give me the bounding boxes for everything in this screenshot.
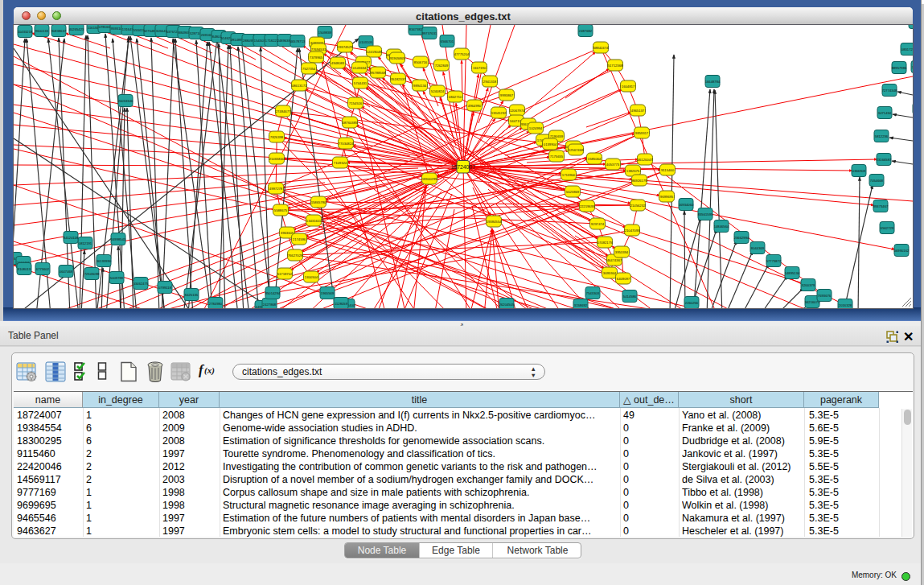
- svg-text:9859317: 9859317: [635, 131, 649, 135]
- svg-text:12419049: 12419049: [367, 50, 382, 54]
- svg-text:6773602: 6773602: [36, 267, 50, 271]
- svg-text:8044369: 8044369: [751, 246, 765, 250]
- svg-text:2174596: 2174596: [293, 237, 306, 241]
- svg-text:0812191: 0812191: [79, 241, 92, 245]
- svg-text:12567468: 12567468: [569, 148, 584, 152]
- svg-text:0103105: 0103105: [359, 40, 373, 44]
- svg-text:06990162: 06990162: [894, 249, 910, 253]
- svg-text:3953394: 3953394: [615, 250, 629, 254]
- svg-text:7154516: 7154516: [349, 101, 363, 105]
- svg-text:26204505: 26204505: [499, 303, 515, 307]
- svg-text:88957986: 88957986: [892, 66, 907, 70]
- svg-text:46578713: 46578713: [290, 39, 306, 43]
- svg-text:84124118: 84124118: [64, 236, 79, 240]
- svg-text:0831727: 0831727: [901, 47, 913, 51]
- svg-text:77034824: 77034824: [339, 142, 354, 146]
- svg-text:3471434: 3471434: [878, 111, 892, 115]
- svg-text:9993867: 9993867: [500, 93, 514, 97]
- svg-text:95788568: 95788568: [371, 71, 386, 75]
- svg-text:8506716: 8506716: [414, 60, 428, 64]
- svg-text:2427868: 2427868: [263, 303, 277, 307]
- svg-text:7543303: 7543303: [586, 291, 600, 295]
- svg-text:91905865: 91905865: [390, 56, 405, 60]
- svg-text:7109324: 7109324: [334, 161, 347, 165]
- svg-text:0799118: 0799118: [158, 286, 172, 290]
- svg-text:90838637: 90838637: [51, 29, 67, 33]
- svg-text:9894134: 9894134: [413, 84, 427, 88]
- svg-text:16934060: 16934060: [679, 203, 694, 207]
- svg-text:23662994: 23662994: [734, 236, 749, 240]
- svg-text:19384554: 19384554: [487, 220, 502, 224]
- svg-text:1382675: 1382675: [626, 169, 640, 173]
- svg-text:9115460: 9115460: [661, 168, 675, 172]
- svg-text:8425135: 8425135: [185, 293, 199, 297]
- svg-text:77694531: 77694531: [311, 47, 326, 51]
- svg-text:5414586: 5414586: [623, 295, 637, 299]
- svg-text:6566701: 6566701: [441, 39, 454, 43]
- svg-text:86926179: 86926179: [632, 179, 647, 183]
- svg-text:40265423: 40265423: [69, 27, 84, 31]
- svg-text:2400504: 2400504: [305, 275, 318, 279]
- svg-text:13341232: 13341232: [491, 111, 507, 115]
- svg-text:53462475: 53462475: [133, 282, 149, 286]
- svg-text:1713900: 1713900: [562, 173, 576, 177]
- svg-text:27484677: 27484677: [276, 109, 291, 113]
- svg-text:19374529: 19374529: [338, 45, 353, 49]
- svg-text:18300295: 18300295: [422, 177, 437, 181]
- svg-text:1604817: 1604817: [622, 84, 635, 89]
- svg-text:9600133: 9600133: [35, 29, 49, 33]
- svg-text:2487682: 2487682: [579, 29, 593, 33]
- svg-text:08613171: 08613171: [292, 84, 307, 88]
- svg-text:5744431: 5744431: [354, 81, 368, 85]
- svg-text:7693676: 7693676: [818, 294, 832, 298]
- svg-text:7379965: 7379965: [310, 56, 323, 60]
- svg-text:2046537: 2046537: [912, 65, 913, 69]
- svg-text:6562729: 6562729: [881, 226, 894, 230]
- svg-text:1509839: 1509839: [318, 31, 332, 35]
- svg-text:5588675: 5588675: [274, 208, 288, 212]
- svg-text:21456232: 21456232: [630, 204, 646, 208]
- svg-text:14895134: 14895134: [785, 271, 800, 275]
- svg-text:2016328: 2016328: [839, 303, 852, 307]
- svg-text:0842710: 0842710: [449, 95, 462, 99]
- svg-text:5240824: 5240824: [431, 89, 445, 93]
- svg-text:7054668: 7054668: [870, 179, 884, 183]
- svg-text:57773872: 57773872: [766, 259, 782, 263]
- svg-text:35182337: 35182337: [391, 77, 406, 81]
- svg-text:6409097: 6409097: [617, 277, 630, 281]
- svg-text:08760385: 08760385: [343, 121, 358, 125]
- svg-text:4997278: 4997278: [269, 187, 283, 191]
- svg-text:83561595: 83561595: [698, 212, 713, 216]
- svg-text:0366909: 0366909: [852, 169, 866, 173]
- svg-text:0139904: 0139904: [544, 142, 557, 146]
- svg-text:0143634: 0143634: [353, 66, 367, 70]
- svg-text:(x): (x): [204, 365, 215, 376]
- svg-text:7175655: 7175655: [550, 154, 564, 159]
- svg-text:5623869: 5623869: [566, 190, 580, 194]
- svg-text:4964990: 4964990: [468, 104, 482, 108]
- svg-text:4965137: 4965137: [631, 109, 645, 113]
- svg-text:8347382: 8347382: [409, 27, 423, 31]
- svg-text:7527354: 7527354: [302, 67, 316, 71]
- svg-text:9699695: 9699695: [660, 195, 674, 199]
- svg-text:7190659: 7190659: [550, 134, 564, 138]
- svg-text:5812236: 5812236: [875, 134, 889, 138]
- svg-text:16998543: 16998543: [111, 237, 126, 241]
- svg-text:7826398: 7826398: [270, 135, 284, 139]
- svg-text:72774348: 72774348: [882, 89, 897, 93]
- svg-text:21047095: 21047095: [625, 229, 640, 233]
- svg-text:9237474: 9237474: [591, 222, 605, 226]
- svg-text:21465840: 21465840: [269, 157, 285, 161]
- svg-text:58842474: 58842474: [593, 46, 609, 50]
- svg-text:89373467: 89373467: [873, 204, 889, 208]
- svg-text:18724007: 18724007: [451, 164, 475, 170]
- svg-text:1024994: 1024994: [529, 126, 543, 130]
- svg-text:3158692: 3158692: [574, 303, 588, 307]
- svg-text:07482175: 07482175: [598, 241, 613, 245]
- svg-text:4948083: 4948083: [331, 61, 345, 65]
- svg-text:16648784: 16648784: [705, 80, 721, 84]
- svg-text:76627028: 76627028: [288, 253, 303, 257]
- svg-text:3695944: 3695944: [603, 271, 617, 275]
- svg-text:46120047: 46120047: [638, 158, 653, 162]
- svg-text:2260256: 2260256: [685, 301, 699, 305]
